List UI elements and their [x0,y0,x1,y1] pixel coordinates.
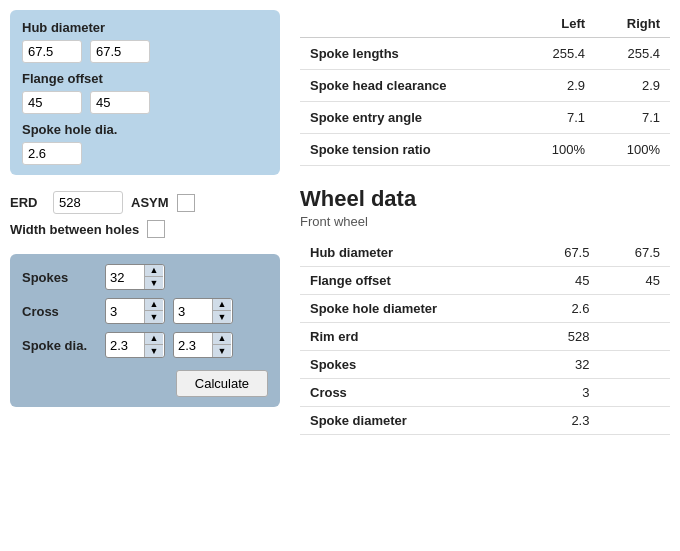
result-label: Spoke entry angle [300,102,520,134]
table-row: Cross 3 [300,379,670,407]
wheel-label: Spoke hole diameter [300,295,529,323]
flange-left-input[interactable] [22,91,82,114]
left-panel: Hub diameter Flange offset Spoke hole di… [10,10,280,541]
table-row: Rim erd 528 [300,323,670,351]
cross-right-spinner[interactable]: ▲ ▼ [173,298,233,324]
result-right: 2.9 [595,70,670,102]
wheel-left: 45 [529,267,600,295]
asym-label: ASYM [131,195,169,210]
results-col-left: Left [520,10,595,38]
wheel-right [599,351,670,379]
wheel-label: Cross [300,379,529,407]
wheel-data-title: Wheel data [300,186,670,212]
wheel-right [599,295,670,323]
cross-right-buttons: ▲ ▼ [212,299,231,323]
result-label: Spoke head clearance [300,70,520,102]
result-label: Spoke lengths [300,38,520,70]
spoke-dia-left-down-btn[interactable]: ▼ [145,345,163,357]
wheel-label: Rim erd [300,323,529,351]
hub-diameter-left-input[interactable] [22,40,82,63]
spoke-hole-input[interactable] [22,142,82,165]
table-row: Spokes 32 [300,351,670,379]
results-col-right: Right [595,10,670,38]
wheel-right [599,407,670,435]
cross-left-input[interactable] [106,302,144,321]
wheel-data-section: Wheel data Front wheel Hub diameter 67.5… [300,186,670,435]
wheel-left: 2.3 [529,407,600,435]
cross-left-spinner[interactable]: ▲ ▼ [105,298,165,324]
hub-diameter-label: Hub diameter [22,20,268,35]
spoke-dia-right-input[interactable] [174,336,212,355]
flange-offset-group: Flange offset [22,71,268,114]
erd-section: ERD ASYM Width between holes [10,185,280,244]
spoke-hole-label: Spoke hole dia. [22,122,268,137]
spoke-dia-right-up-btn[interactable]: ▲ [213,333,231,345]
hub-diameter-group: Hub diameter [22,20,268,63]
erd-input[interactable] [53,191,123,214]
spokes-spinner[interactable]: ▲ ▼ [105,264,165,290]
spokes-spinner-buttons: ▲ ▼ [144,265,163,289]
result-left: 7.1 [520,102,595,134]
wheel-right [599,379,670,407]
wheel-right: 45 [599,267,670,295]
table-row: Spoke head clearance 2.9 2.9 [300,70,670,102]
spokes-row: Spokes ▲ ▼ [22,264,268,290]
erd-label: ERD [10,195,45,210]
result-left: 100% [520,134,595,166]
width-input[interactable] [147,220,165,238]
wheel-left: 3 [529,379,600,407]
spokes-input[interactable] [106,268,144,287]
table-row: Spoke lengths 255.4 255.4 [300,38,670,70]
wheel-label: Flange offset [300,267,529,295]
spoke-dia-label: Spoke dia. [22,338,97,353]
result-label: Spoke tension ratio [300,134,520,166]
spokes-up-btn[interactable]: ▲ [145,265,163,277]
wheel-label: Spoke diameter [300,407,529,435]
wheel-label: Hub diameter [300,239,529,267]
wheel-label: Spokes [300,351,529,379]
wheel-right [599,323,670,351]
spoke-dia-left-input[interactable] [106,336,144,355]
flange-right-input[interactable] [90,91,150,114]
spoke-dia-left-spinner[interactable]: ▲ ▼ [105,332,165,358]
spoke-dia-left-buttons: ▲ ▼ [144,333,163,357]
spokes-label: Spokes [22,270,97,285]
wheel-left: 32 [529,351,600,379]
results-table: Left Right Spoke lengths 255.4 255.4 Spo… [300,10,670,166]
wheel-right: 67.5 [599,239,670,267]
cross-right-down-btn[interactable]: ▼ [213,311,231,323]
calculate-button[interactable]: Calculate [176,370,268,397]
wheel-left: 528 [529,323,600,351]
result-right: 100% [595,134,670,166]
result-right: 255.4 [595,38,670,70]
flange-offset-label: Flange offset [22,71,268,86]
result-right: 7.1 [595,102,670,134]
cross-left-up-btn[interactable]: ▲ [145,299,163,311]
cross-right-up-btn[interactable]: ▲ [213,299,231,311]
table-row: Hub diameter 67.5 67.5 [300,239,670,267]
table-row: Spoke diameter 2.3 [300,407,670,435]
spokes-down-btn[interactable]: ▼ [145,277,163,289]
cross-row: Cross ▲ ▼ ▲ ▼ [22,298,268,324]
spoke-dia-row: Spoke dia. ▲ ▼ ▲ ▼ [22,332,268,358]
wheel-data-subtitle: Front wheel [300,214,670,229]
spoke-dia-right-down-btn[interactable]: ▼ [213,345,231,357]
table-row: Spoke entry angle 7.1 7.1 [300,102,670,134]
spoke-dia-left-up-btn[interactable]: ▲ [145,333,163,345]
results-col-empty [300,10,520,38]
spoke-dia-right-spinner[interactable]: ▲ ▼ [173,332,233,358]
table-row: Flange offset 45 45 [300,267,670,295]
cross-right-input[interactable] [174,302,212,321]
result-left: 2.9 [520,70,595,102]
asym-checkbox[interactable] [177,194,195,212]
hub-section: Hub diameter Flange offset Spoke hole di… [10,10,280,175]
wheel-left: 2.6 [529,295,600,323]
cross-left-buttons: ▲ ▼ [144,299,163,323]
wheel-table: Hub diameter 67.5 67.5 Flange offset 45 … [300,239,670,435]
table-row: Spoke tension ratio 100% 100% [300,134,670,166]
cross-left-down-btn[interactable]: ▼ [145,311,163,323]
width-label: Width between holes [10,222,139,237]
spoke-hole-group: Spoke hole dia. [22,122,268,165]
cross-label: Cross [22,304,97,319]
hub-diameter-right-input[interactable] [90,40,150,63]
